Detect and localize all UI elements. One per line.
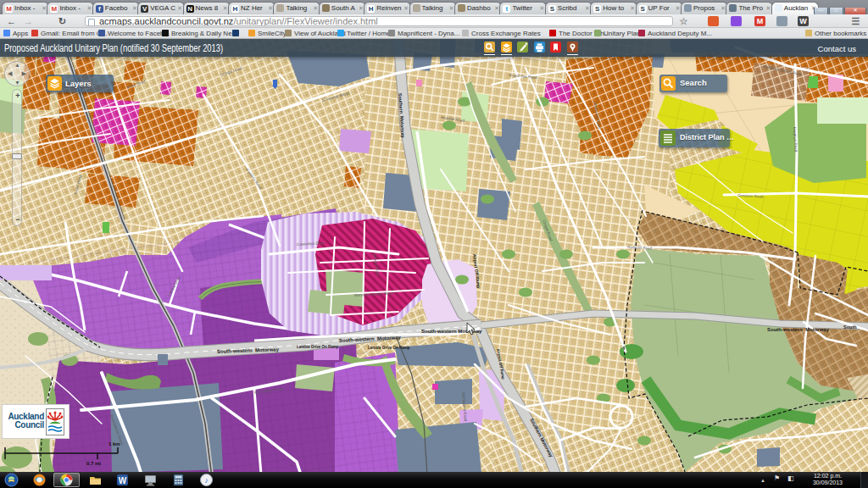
svg-text:♪: ♪ xyxy=(204,476,209,485)
svg-text:South-western Motorway: South-western Motorway xyxy=(767,327,830,332)
svg-text:1 km: 1 km xyxy=(108,441,120,446)
svg-text:W: W xyxy=(119,476,127,485)
svg-text:Lambie Drive On Ramp: Lambie Drive On Ramp xyxy=(297,345,339,349)
svg-text:Lambie Drive On Ramp: Lambie Drive On Ramp xyxy=(368,346,410,350)
svg-text:South: South xyxy=(843,324,857,330)
svg-text:0.7 mi: 0.7 mi xyxy=(86,461,101,466)
